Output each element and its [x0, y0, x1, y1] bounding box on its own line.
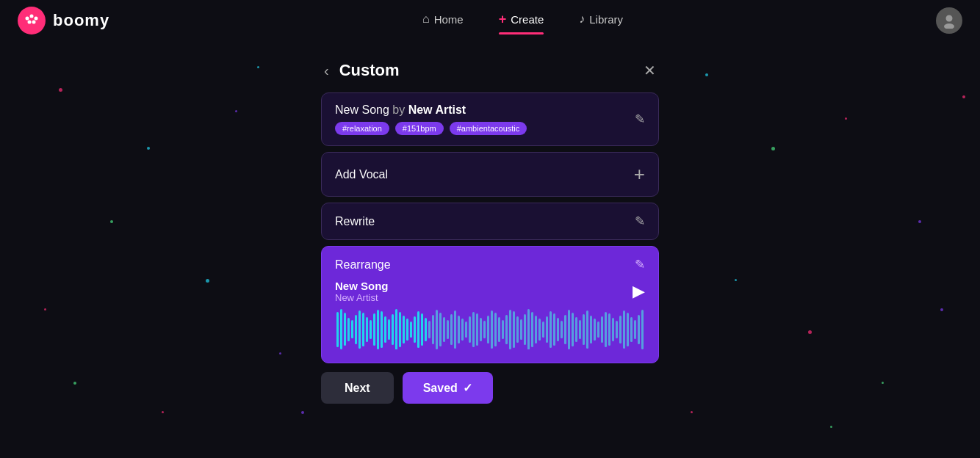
- nav-home[interactable]: ⌂ Home: [422, 12, 464, 29]
- wave-bar: [612, 318, 614, 341]
- wave-bar: [359, 310, 361, 349]
- wave-bar: [638, 315, 640, 344]
- wave-bar: [513, 311, 515, 348]
- wave-bar: [410, 321, 412, 338]
- logo-area: boomy: [18, 7, 109, 34]
- svg-point-1: [30, 15, 34, 18]
- library-icon: ♪: [579, 12, 585, 26]
- rearrange-card: Rearrange ✎ New Song New Artist ▶: [321, 246, 659, 363]
- wave-bar: [476, 313, 478, 346]
- wave-bar: [623, 310, 625, 349]
- nav-create-label: Create: [511, 13, 544, 26]
- wave-bar: [583, 314, 585, 345]
- wave-bar: [550, 311, 552, 348]
- wave-bar: [597, 321, 599, 338]
- decorative-dot: [830, 426, 832, 428]
- nav-create[interactable]: + Create: [499, 12, 544, 30]
- wave-bar: [557, 318, 559, 341]
- close-button[interactable]: ✕: [641, 59, 659, 82]
- rewrite-row: Rewrite ✎: [335, 214, 645, 229]
- song-edit-button[interactable]: ✎: [635, 112, 645, 127]
- add-vocal-card[interactable]: Add Vocal +: [321, 152, 659, 197]
- song-info-card: New Song by New Artist #relaxation#151bp…: [321, 92, 659, 146]
- bottom-bar: Next Saved ✓: [321, 372, 659, 404]
- wave-bar: [458, 316, 460, 344]
- boomy-logo[interactable]: [18, 7, 46, 34]
- wave-bar: [454, 310, 456, 349]
- wave-bar: [491, 310, 493, 349]
- song-info-row: New Song by New Artist #relaxation#151bp…: [335, 103, 645, 135]
- waveform: [335, 309, 645, 349]
- rearrange-song-title: New Song: [335, 280, 389, 292]
- wave-bar: [461, 319, 464, 341]
- main-content: ‹ Custom ✕ New Song by New Artist #relax…: [0, 41, 980, 404]
- wave-bar: [564, 315, 566, 344]
- wave-bar: [605, 312, 607, 347]
- wave-bar: [502, 320, 504, 339]
- wave-bar: [641, 310, 644, 349]
- tag: #relaxation: [335, 122, 389, 135]
- wave-bar: [417, 311, 419, 348]
- rearrange-edit-button[interactable]: ✎: [635, 257, 645, 272]
- add-vocal-label: Add Vocal: [335, 168, 388, 181]
- wave-bar: [450, 314, 453, 345]
- rewrite-edit-button[interactable]: ✎: [635, 214, 645, 229]
- play-button[interactable]: ▶: [633, 282, 645, 301]
- decorative-dot: [162, 411, 164, 413]
- wave-bar: [395, 309, 397, 349]
- wave-bar: [553, 313, 555, 346]
- svg-point-0: [26, 17, 29, 21]
- wave-bar: [347, 318, 350, 341]
- tag: #151bpm: [395, 122, 444, 135]
- wave-bar: [634, 320, 636, 339]
- wave-bar: [527, 309, 530, 349]
- wave-bar: [627, 313, 629, 346]
- wave-bar: [608, 313, 610, 346]
- next-button[interactable]: Next: [321, 372, 394, 404]
- custom-panel: ‹ Custom ✕ New Song by New Artist #relax…: [321, 59, 659, 404]
- back-button[interactable]: ‹: [321, 59, 332, 82]
- wave-bar: [465, 321, 467, 338]
- wave-bar: [616, 321, 618, 338]
- wave-bar: [384, 316, 386, 343]
- wave-bar: [432, 315, 434, 344]
- create-icon: +: [499, 12, 507, 27]
- panel-header: ‹ Custom ✕: [321, 59, 659, 82]
- rearrange-song-artist: New Artist: [335, 292, 389, 303]
- wave-bar: [579, 320, 581, 339]
- home-icon: ⌂: [422, 12, 430, 26]
- wave-bar: [344, 313, 346, 346]
- wave-bar: [425, 318, 427, 341]
- wave-bar: [373, 313, 375, 346]
- add-vocal-button[interactable]: +: [634, 163, 645, 186]
- svg-point-3: [28, 21, 32, 24]
- wave-bar: [619, 316, 621, 344]
- wave-bar: [483, 321, 486, 338]
- add-vocal-row: Add Vocal +: [335, 163, 645, 186]
- song-title: New Song by New Artist: [335, 103, 466, 116]
- wave-bar: [377, 310, 379, 349]
- wave-bar: [436, 310, 438, 349]
- tag: #ambientacoustic: [450, 122, 527, 135]
- nav-library[interactable]: ♪ Library: [579, 12, 623, 29]
- wave-bar: [406, 319, 408, 341]
- wave-bar: [494, 313, 497, 346]
- panel-header-left: ‹ Custom: [321, 59, 400, 82]
- app-name: boomy: [53, 11, 109, 30]
- wave-bar: [572, 313, 574, 346]
- wave-bar: [590, 316, 592, 344]
- decorative-dot: [691, 411, 693, 413]
- wave-bar: [520, 319, 522, 340]
- wave-bar: [439, 313, 442, 346]
- svg-point-4: [32, 21, 36, 24]
- panel-title: Custom: [339, 61, 400, 80]
- wave-bar: [414, 316, 416, 343]
- nav-center: ⌂ Home + Create ♪ Library: [422, 12, 623, 30]
- song-title-block: New Song by New Artist #relaxation#151bp…: [335, 103, 627, 135]
- wave-bar: [516, 316, 519, 343]
- rewrite-card[interactable]: Rewrite ✎: [321, 203, 659, 240]
- saved-button[interactable]: Saved ✓: [403, 372, 493, 404]
- rearrange-label: Rearrange: [335, 258, 391, 272]
- wave-bar: [630, 317, 633, 342]
- user-avatar[interactable]: [936, 7, 962, 34]
